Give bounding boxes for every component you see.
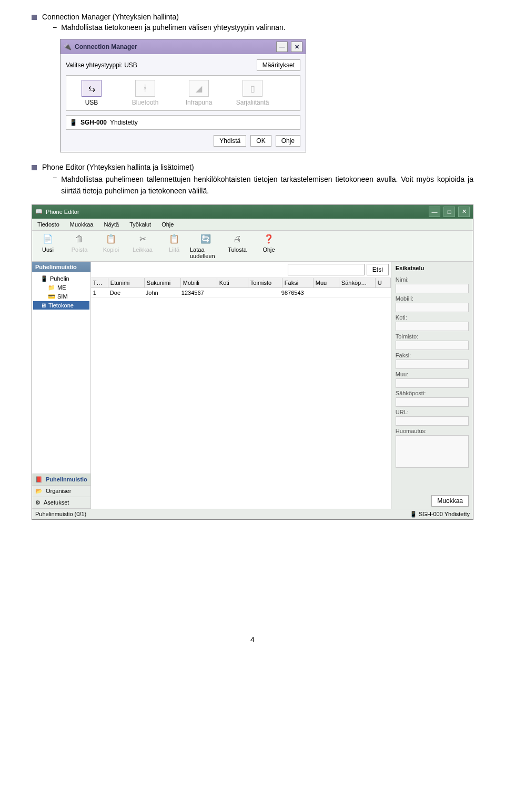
- left-bottom-nav: 📕Puhelinmuistio 📂Organiser ⚙Asetukset: [32, 474, 90, 509]
- tool-new[interactable]: 📄Uusi: [32, 233, 64, 259]
- help-icon: ❓: [262, 233, 275, 245]
- minimize-button[interactable]: —: [276, 42, 288, 52]
- gear-icon: ⚙: [35, 499, 41, 506]
- tool-paste-label: Liitä: [169, 246, 179, 253]
- col-fax[interactable]: Faksi: [282, 278, 314, 287]
- conn-usb-label: USB: [85, 99, 98, 106]
- cm-titlebar[interactable]: 🔌 Connection Manager — ✕: [60, 39, 306, 54]
- menu-file[interactable]: Tiedosto: [32, 220, 65, 229]
- cell-fax: 9876543: [279, 288, 310, 297]
- section2-title: Phone Editor (Yhteyksien hallinta ja lis…: [42, 163, 194, 171]
- edit-button[interactable]: Muokkaa: [431, 495, 469, 507]
- help-button[interactable]: Ohje: [276, 135, 300, 147]
- maximize-button[interactable]: □: [443, 207, 455, 217]
- tree-phone-label: Puhelin: [50, 275, 69, 282]
- pe-toolbar: 📄Uusi 🗑Poista 📋Kopioi ✂Leikkaa 📋Liitä 🔄L…: [32, 231, 473, 262]
- phone-icon: 📱: [69, 119, 77, 126]
- tool-copy[interactable]: 📋Kopioi: [95, 233, 127, 259]
- menu-help[interactable]: Ohje: [156, 220, 179, 229]
- tree-pc[interactable]: 🖥Tietokone: [33, 301, 89, 310]
- conn-type-infrared[interactable]: ◢ Infrapuna: [178, 80, 220, 106]
- col-home[interactable]: Koti: [217, 278, 248, 287]
- conn-serial-label: Sarjaliitäntä: [236, 99, 269, 106]
- section2-desc: Mahdollistaa puhelimeen tallennettujen h…: [61, 173, 473, 197]
- tool-paste[interactable]: 📋Liitä: [158, 233, 190, 259]
- col-url[interactable]: U: [376, 278, 391, 287]
- pe-left-panel: Puhelinmuistio 📱Puhelin 📁ME 💳SIM 🖥Tietok…: [32, 262, 91, 509]
- phone-editor-window: 📖 Phone Editor — □ ✕ Tiedosto Muokkaa Nä…: [32, 204, 473, 520]
- tool-reload[interactable]: 🔄Lataa uudelleen: [190, 233, 221, 259]
- fld-note: [396, 435, 469, 468]
- print-icon: 🖨: [231, 233, 244, 245]
- tool-copy-label: Kopioi: [103, 246, 119, 253]
- cell-mob: 1234567: [179, 288, 215, 297]
- pe-main-panel: Etsi T… Etunimi Sukunimi Mobiili Koti To…: [91, 262, 391, 509]
- tool-delete[interactable]: 🗑Poista: [64, 233, 95, 259]
- settings-button[interactable]: Määritykset: [257, 59, 300, 71]
- tree-me-label: ME: [57, 284, 66, 291]
- conn-bt-label: Bluetooth: [132, 99, 159, 106]
- tool-help[interactable]: ❓Ohje: [253, 233, 285, 259]
- infrared-icon: ◢: [189, 80, 209, 97]
- fld-home: [396, 322, 469, 331]
- conn-type-bluetooth[interactable]: ᚼ Bluetooth: [124, 80, 166, 106]
- minimize-button[interactable]: —: [429, 207, 440, 217]
- dash-bullet-icon: −: [53, 173, 57, 182]
- col-office[interactable]: Toimisto: [248, 278, 282, 287]
- search-input[interactable]: [288, 264, 365, 275]
- fld-other: [396, 378, 469, 388]
- tool-print[interactable]: 🖨Tulosta: [221, 233, 253, 259]
- tool-cut[interactable]: ✂Leikkaa: [127, 233, 158, 259]
- pe-statusbar: Puhelinmuistio (0/1) 📱 SGH-000 Yhdistett…: [32, 509, 473, 519]
- col-email[interactable]: Sähköp…: [339, 278, 376, 287]
- conn-type-usb[interactable]: ⇆ USB: [70, 80, 113, 106]
- fld-email: [396, 397, 469, 407]
- cell-ln: John: [144, 288, 179, 297]
- col-firstname[interactable]: Etunimi: [108, 278, 145, 287]
- cm-title: Connection Manager: [75, 43, 137, 50]
- ok-button[interactable]: OK: [250, 135, 271, 147]
- conn-ir-label: Infrapuna: [186, 99, 213, 106]
- close-button[interactable]: ✕: [291, 42, 302, 52]
- pc-icon: 🖥: [41, 302, 46, 309]
- pe-titlebar[interactable]: 📖 Phone Editor — □ ✕: [32, 205, 473, 219]
- fld-name: [396, 284, 469, 293]
- connect-button[interactable]: Yhdistä: [214, 135, 246, 147]
- search-button[interactable]: Etsi: [367, 264, 389, 275]
- status-right: 📱 SGH-000 Yhdistetty: [410, 511, 470, 518]
- section-desc-line: − Mahdollistaa puhelimeen tallennettujen…: [32, 173, 473, 197]
- menu-view[interactable]: Näytä: [98, 220, 124, 229]
- nav-phonebook[interactable]: 📕Puhelinmuistio: [32, 474, 90, 486]
- sim-icon: 💳: [48, 293, 55, 300]
- status-left: Puhelinmuistio (0/1): [35, 511, 86, 518]
- col-mobile[interactable]: Mobiili: [181, 278, 217, 287]
- connection-manager-dialog: 🔌 Connection Manager — ✕ Valitse yhteyst…: [60, 39, 306, 152]
- close-button[interactable]: ✕: [458, 207, 470, 217]
- tree-phone[interactable]: 📱Puhelin: [33, 274, 89, 283]
- col-other[interactable]: Muu: [314, 278, 339, 287]
- menu-edit[interactable]: Muokkaa: [65, 220, 99, 229]
- col-t[interactable]: T…: [91, 278, 108, 287]
- preview-header: Esikatselu: [396, 264, 469, 274]
- cm-type-label: Valitse yhteystyyppi: USB: [66, 61, 137, 69]
- conn-type-serial[interactable]: ▯ Sarjaliitäntä: [231, 80, 274, 106]
- section1-title: Connection Manager (Yhteyksien hallinta): [42, 13, 179, 21]
- lbl-name: Nimi:: [396, 275, 469, 283]
- device-status: Yhdistetty: [110, 119, 138, 126]
- menu-tools[interactable]: Työkalut: [124, 220, 156, 229]
- pe-menubar: Tiedosto Muokkaa Näytä Työkalut Ohje: [32, 219, 473, 231]
- new-icon: 📄: [42, 233, 54, 245]
- col-lastname[interactable]: Sukunimi: [145, 278, 181, 287]
- folder-icon: 📁: [48, 284, 55, 291]
- table-row[interactable]: 1 Doe John 1234567 9876543: [91, 288, 391, 298]
- section-heading: Connection Manager (Yhteyksien hallinta): [32, 13, 473, 21]
- nav-settings[interactable]: ⚙Asetukset: [32, 497, 90, 509]
- tree-me[interactable]: 📁ME: [33, 283, 89, 292]
- pe-app-icon: 📖: [35, 208, 43, 215]
- nav-settings-label: Asetukset: [44, 499, 69, 506]
- nav-organiser-label: Organiser: [46, 488, 71, 494]
- tree-sim[interactable]: 💳SIM: [33, 292, 89, 301]
- nav-organiser[interactable]: 📂Organiser: [32, 486, 90, 497]
- fld-fax: [396, 359, 469, 369]
- lbl-fax: Faksi:: [396, 351, 469, 358]
